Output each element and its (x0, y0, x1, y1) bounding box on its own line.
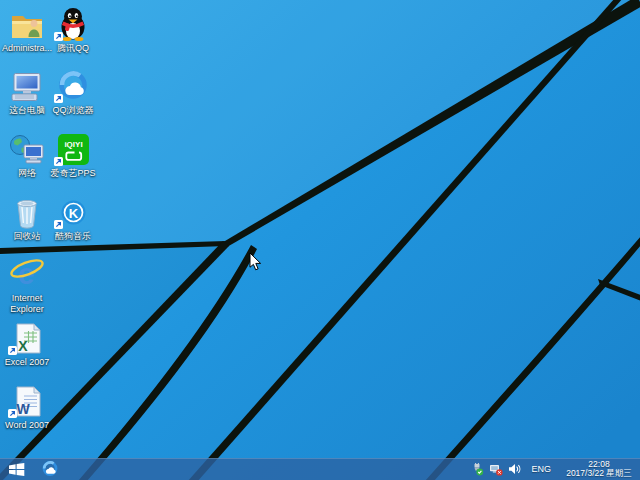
internet-explorer-icon: e (0, 255, 54, 291)
shortcut-arrow-icon (8, 409, 17, 418)
taskbar: ENG 22:08 2017/3/22 星期三 (0, 458, 640, 480)
shortcut-arrow-icon (54, 220, 63, 229)
system-tray: ENG 22:08 2017/3/22 星期三 (471, 458, 640, 480)
taskbar-left-group (0, 458, 67, 480)
desktop-icon-qq-browser[interactable]: QQ浏览器 (46, 67, 100, 116)
svg-text:iQIYI: iQIYI (64, 140, 82, 149)
excel-icon: X (0, 319, 54, 355)
desktop-icon-kugou-music[interactable]: K 酷狗音乐 (46, 193, 100, 242)
desktop-screen: { "desktop": { "icons": [ {"label": "Adm… (0, 0, 640, 480)
clock-date: 2017/3/22 星期三 (561, 469, 637, 478)
windows-logo-icon (8, 462, 25, 477)
desktop-icon-label: Excel 2007 (0, 357, 54, 368)
language-indicator[interactable]: ENG (526, 464, 556, 474)
qq-browser-icon (41, 460, 59, 478)
desktop-icon-label: Word 2007 (0, 420, 54, 431)
shortcut-arrow-icon (54, 157, 63, 166)
svg-text:W: W (16, 401, 30, 417)
kugou-icon: K (46, 193, 100, 229)
desktop-icon-iqiyi-pps[interactable]: iQIYI 爱奇艺PPS (46, 130, 100, 179)
volume-icon[interactable] (508, 463, 521, 475)
qq-penguin-icon (46, 5, 100, 41)
network-disconnected-icon[interactable] (489, 463, 503, 476)
desktop-icon-word-2007[interactable]: W Word 2007 (0, 382, 54, 431)
shortcut-arrow-icon (8, 346, 17, 355)
taskbar-qq-browser-button[interactable] (33, 458, 67, 480)
shortcut-arrow-icon (54, 32, 63, 41)
desktop-icon-label: 酷狗音乐 (46, 231, 100, 242)
desktop-icon-excel-2007[interactable]: X Excel 2007 (0, 319, 54, 368)
safely-remove-hardware-icon[interactable] (471, 463, 484, 476)
svg-text:X: X (18, 338, 28, 354)
desktop-icon-label: Internet Explorer (0, 293, 54, 315)
start-button[interactable] (0, 458, 33, 480)
tray-clock[interactable]: 22:08 2017/3/22 星期三 (561, 460, 637, 478)
desktop-icon-label: 爱奇艺PPS (46, 168, 100, 179)
iqiyi-icon: iQIYI (46, 130, 100, 166)
desktop-icon-internet-explorer[interactable]: e Internet Explorer (0, 255, 54, 315)
desktop-icon-label: 腾讯QQ (46, 43, 100, 54)
desktop-icon-label: QQ浏览器 (46, 105, 100, 116)
mouse-cursor (249, 252, 263, 272)
svg-text:K: K (68, 206, 78, 221)
qq-browser-icon (46, 67, 100, 103)
shortcut-arrow-icon (54, 94, 63, 103)
desktop-icon-tencent-qq[interactable]: 腾讯QQ (46, 5, 100, 54)
word-icon: W (0, 382, 54, 418)
